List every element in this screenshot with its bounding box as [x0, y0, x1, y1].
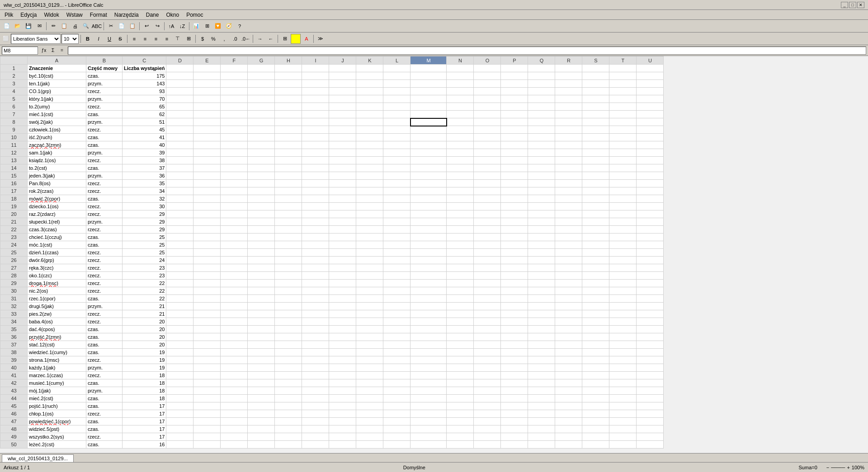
row-num-10[interactable]: 10	[0, 134, 28, 141]
cell-q15[interactable]	[528, 172, 555, 180]
cell-l43[interactable]	[383, 387, 410, 395]
row-num-40[interactable]: 40	[0, 364, 28, 372]
row-num-20[interactable]: 20	[0, 210, 28, 218]
cell-n41[interactable]	[447, 372, 474, 379]
cell-m50[interactable]	[410, 441, 447, 449]
cell-k7[interactable]	[356, 111, 383, 118]
cell-s50[interactable]	[582, 441, 609, 449]
zoom-out-icon[interactable]: −	[826, 465, 829, 470]
cell-d45[interactable]	[166, 402, 193, 410]
cell-d38[interactable]	[166, 349, 193, 356]
cell-p36[interactable]	[501, 333, 528, 341]
cell-e48[interactable]	[193, 425, 221, 433]
cell-h13[interactable]	[275, 157, 302, 164]
cell-b16[interactable]: rzecz.	[86, 180, 123, 187]
cell-r28[interactable]	[555, 272, 582, 280]
cell-u2[interactable]	[637, 72, 664, 80]
cell-o24[interactable]	[474, 241, 501, 249]
cell-g14[interactable]	[248, 164, 275, 172]
cell-f20[interactable]	[221, 210, 248, 218]
cell-i31[interactable]	[302, 295, 329, 303]
cell-g41[interactable]	[248, 372, 275, 379]
cell-l29[interactable]	[383, 280, 410, 287]
cell-e9[interactable]	[193, 126, 221, 134]
cell-j19[interactable]	[329, 203, 356, 210]
cell-l9[interactable]	[383, 126, 410, 134]
row-num-43[interactable]: 43	[0, 387, 28, 395]
cell-p11[interactable]	[501, 141, 528, 149]
cell-k14[interactable]	[356, 164, 383, 172]
cell-s41[interactable]	[582, 372, 609, 379]
cell-a15[interactable]: jeden.3(jak)	[28, 172, 86, 180]
cell-h36[interactable]	[275, 333, 302, 341]
cell-o1[interactable]	[474, 65, 501, 72]
menu-narzedzia[interactable]: Narzędzia	[112, 11, 142, 19]
cell-f49[interactable]	[221, 433, 248, 441]
cell-j2[interactable]	[329, 72, 356, 80]
cell-l45[interactable]	[383, 402, 410, 410]
cell-j49[interactable]	[329, 433, 356, 441]
cell-t7[interactable]	[609, 111, 637, 118]
cell-f48[interactable]	[221, 425, 248, 433]
cell-u42[interactable]	[637, 379, 664, 387]
cell-e26[interactable]	[193, 257, 221, 264]
cell-i1[interactable]	[302, 65, 329, 72]
cell-b26[interactable]: rzecz.	[86, 257, 123, 264]
cell-g3[interactable]	[248, 80, 275, 88]
cell-s46[interactable]	[582, 410, 609, 418]
cell-q5[interactable]	[528, 95, 555, 103]
cell-a31[interactable]: rzec.1(cpor)	[28, 295, 86, 303]
cell-l13[interactable]	[383, 157, 410, 164]
menu-widok[interactable]: Widok	[41, 11, 61, 19]
sort-asc-button[interactable]: ↑A	[166, 21, 176, 31]
cell-j12[interactable]	[329, 149, 356, 157]
cell-r49[interactable]	[555, 433, 582, 441]
cell-t9[interactable]	[609, 126, 637, 134]
cell-j32[interactable]	[329, 303, 356, 310]
cell-d31[interactable]	[166, 295, 193, 303]
cell-p17[interactable]	[501, 187, 528, 195]
cell-e45[interactable]	[193, 402, 221, 410]
cell-d26[interactable]	[166, 257, 193, 264]
cell-s36[interactable]	[582, 333, 609, 341]
cell-b23[interactable]: czas.	[86, 234, 123, 241]
cell-m11[interactable]	[410, 141, 447, 149]
cell-g30[interactable]	[248, 287, 275, 295]
cell-g25[interactable]	[248, 249, 275, 257]
cell-h28[interactable]	[275, 272, 302, 280]
cell-t29[interactable]	[609, 280, 637, 287]
cell-d1[interactable]	[166, 65, 193, 72]
cell-p47[interactable]	[501, 418, 528, 425]
cell-o29[interactable]	[474, 280, 501, 287]
cell-r15[interactable]	[555, 172, 582, 180]
cell-r22[interactable]	[555, 226, 582, 234]
cell-c23[interactable]: 25	[123, 234, 166, 241]
cell-q41[interactable]	[528, 372, 555, 379]
row-num-28[interactable]: 28	[0, 272, 28, 280]
cell-e6[interactable]	[193, 103, 221, 111]
cell-j45[interactable]	[329, 402, 356, 410]
cell-t49[interactable]	[609, 433, 637, 441]
cell-t27[interactable]	[609, 264, 637, 272]
cell-c48[interactable]: 17	[123, 425, 166, 433]
cell-j21[interactable]	[329, 218, 356, 226]
cell-t12[interactable]	[609, 149, 637, 157]
cell-q27[interactable]	[528, 264, 555, 272]
cell-m13[interactable]	[410, 157, 447, 164]
cell-d37[interactable]	[166, 341, 193, 349]
cell-a28[interactable]: oko.1(czc)	[28, 272, 86, 280]
cell-f35[interactable]	[221, 326, 248, 333]
cell-e5[interactable]	[193, 95, 221, 103]
cell-k48[interactable]	[356, 425, 383, 433]
cell-n42[interactable]	[447, 379, 474, 387]
cell-i5[interactable]	[302, 95, 329, 103]
cell-j10[interactable]	[329, 134, 356, 141]
cell-s7[interactable]	[582, 111, 609, 118]
cell-s31[interactable]	[582, 295, 609, 303]
cell-j28[interactable]	[329, 272, 356, 280]
cell-a44[interactable]: mieć.2(cst)	[28, 395, 86, 402]
cell-k32[interactable]	[356, 303, 383, 310]
cell-t46[interactable]	[609, 410, 637, 418]
cell-t19[interactable]	[609, 203, 637, 210]
cell-c14[interactable]: 37	[123, 164, 166, 172]
